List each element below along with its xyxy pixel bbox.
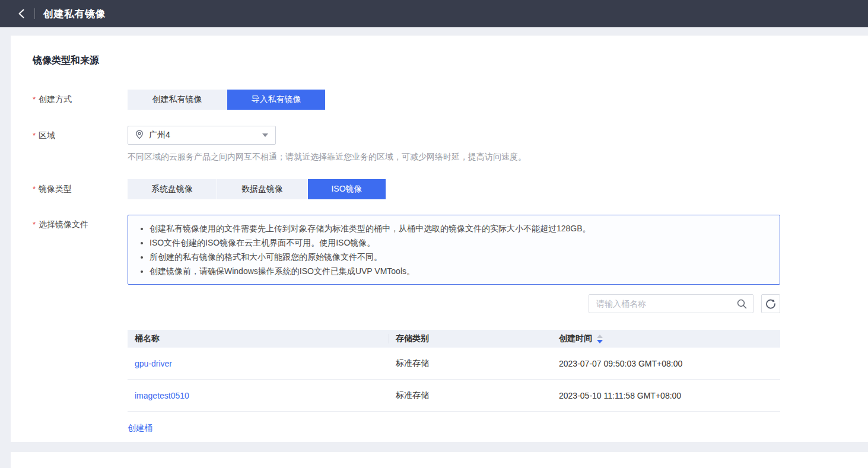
back-chevron-icon: [18, 9, 25, 18]
bucket-name-link[interactable]: gpu-driver: [135, 359, 172, 368]
region-label: *区域: [33, 126, 128, 163]
required-asterisk: *: [33, 131, 36, 140]
sort-control[interactable]: [597, 335, 603, 343]
notice-item: ISO文件创建的ISO镜像在云主机界面不可用。使用ISO镜像。: [150, 235, 769, 250]
table-row: imagetest0510 标准存储 2023-05-10 11:11:58 G…: [128, 380, 780, 412]
storage-class-cell: 标准存储: [389, 358, 552, 369]
chevron-down-icon: [262, 133, 268, 137]
form-row-region: *区域 广州4 不同区域的云服务产品之间内网互不相通；请就近选择靠近您业务的区域…: [33, 126, 868, 163]
refresh-icon: [765, 298, 776, 309]
notice-item: 所创建的私有镜像的格式和大小可能跟您的原始镜像文件不同。: [150, 250, 769, 264]
storage-class-cell: 标准存储: [389, 390, 552, 401]
bucket-name-link[interactable]: imagetest0510: [135, 391, 189, 400]
region-select[interactable]: 广州4: [128, 126, 276, 145]
create-bucket-link[interactable]: 创建桶: [128, 423, 152, 434]
back-button[interactable]: [15, 8, 27, 20]
image-type-option-iso[interactable]: ISO镜像: [308, 179, 386, 199]
notice-item: 创建镜像前，请确保Windows操作系统的ISO文件已集成UVP VMTools…: [150, 264, 769, 278]
image-type-option-system-disk[interactable]: 系统盘镜像: [128, 179, 217, 199]
image-file-notice-box: 创建私有镜像使用的文件需要先上传到对象存储为标准类型的桶中，从桶中选取的镜像文件…: [128, 215, 780, 285]
form-row-creation-method: *创建方式 创建私有镜像 导入私有镜像: [33, 90, 868, 110]
required-asterisk: *: [33, 95, 36, 104]
page-title: 创建私有镜像: [43, 7, 106, 21]
topbar: 创建私有镜像: [0, 0, 868, 27]
search-icon[interactable]: [737, 299, 747, 309]
creation-method-option-import[interactable]: 导入私有镜像: [227, 90, 325, 110]
required-asterisk: *: [33, 184, 36, 193]
sort-ascending-icon: [597, 335, 603, 338]
topbar-divider: [34, 8, 35, 19]
header-cell-created-time[interactable]: 创建时间: [552, 333, 780, 344]
image-file-label: *选择镜像文件: [33, 215, 128, 285]
bucket-search-input[interactable]: [595, 298, 737, 309]
region-value: 广州4: [149, 130, 170, 141]
bucket-search-box: [589, 294, 753, 313]
refresh-button[interactable]: [761, 294, 780, 313]
created-time-cell: 2023-07-07 09:50:03 GMT+08:00: [552, 359, 780, 368]
header-cell-bucket-name: 桶名称: [128, 333, 389, 344]
bucket-table-header: 桶名称 存储类别 创建时间: [128, 330, 780, 348]
region-hint: 不同区域的云服务产品之间内网互不相通；请就近选择靠近您业务的区域，可减少网络时延…: [128, 152, 868, 163]
created-time-cell: 2023-05-10 11:11:58 GMT+08:00: [552, 391, 780, 400]
bucket-table: 桶名称 存储类别 创建时间 gpu-driver 标准存储 2023-07-07…: [128, 330, 780, 412]
creation-method-label: *创建方式: [33, 90, 128, 110]
section-title: 镜像类型和来源: [33, 36, 868, 67]
image-type-option-data-disk[interactable]: 数据盘镜像: [217, 179, 307, 199]
bucket-toolbar: [128, 294, 780, 313]
creation-method-option-create[interactable]: 创建私有镜像: [128, 90, 227, 110]
sort-descending-icon: [597, 340, 603, 343]
form-row-image-file: *选择镜像文件 创建私有镜像使用的文件需要先上传到对象存储为标准类型的桶中，从桶…: [33, 215, 868, 285]
location-pin-icon: [135, 130, 144, 141]
table-row: gpu-driver 标准存储 2023-07-07 09:50:03 GMT+…: [128, 348, 780, 380]
required-asterisk: *: [33, 220, 36, 229]
form-row-image-type: *镜像类型 系统盘镜像 数据盘镜像 ISO镜像: [33, 179, 868, 199]
image-type-label: *镜像类型: [33, 179, 128, 199]
header-cell-storage-class: 存储类别: [389, 333, 552, 344]
next-section-panel: [11, 452, 868, 468]
notice-item: 创建私有镜像使用的文件需要先上传到对象存储为标准类型的桶中，从桶中选取的镜像文件…: [150, 221, 769, 235]
main-panel: 镜像类型和来源 *创建方式 创建私有镜像 导入私有镜像 *区域 广州4 不同区域: [11, 36, 868, 442]
